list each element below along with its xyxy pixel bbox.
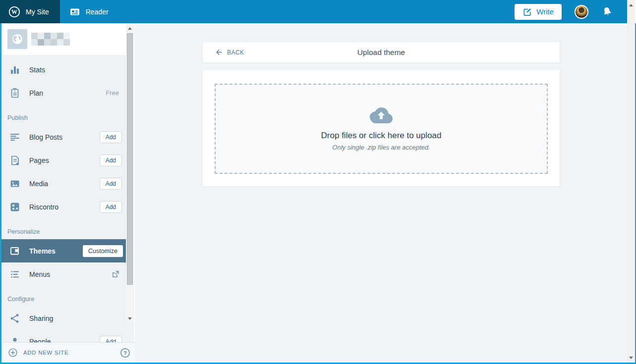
site-switcher[interactable]	[0, 23, 126, 55]
sidebar-item-label: Stats	[29, 66, 45, 74]
sidebar-item-blog-posts[interactable]: Blog Posts Add	[0, 125, 126, 149]
avatar[interactable]	[575, 5, 588, 19]
write-button[interactable]: Write	[515, 4, 562, 20]
reader-label: Reader	[86, 8, 109, 16]
add-page-button[interactable]: Add	[100, 155, 122, 166]
wordpress-admin-window: W My Site Reader Write	[0, 0, 636, 364]
site-globe-icon	[7, 29, 27, 49]
sidebar-item-riscontro[interactable]: Riscontro Add	[0, 195, 126, 218]
back-label: BACK	[227, 49, 244, 56]
sidebar-item-menus[interactable]: Menus	[0, 262, 126, 286]
sidebar-item-themes[interactable]: Themes Customize	[0, 239, 127, 262]
wordpress-logo-icon: W	[8, 5, 21, 18]
add-new-site-button[interactable]: ADD NEW SITE	[7, 347, 68, 358]
add-blog-post-button[interactable]: Add	[100, 131, 122, 143]
write-label: Write	[536, 7, 554, 16]
riscontro-icon	[9, 201, 21, 213]
dropzone-heading: Drop files or click here to upload	[321, 131, 442, 141]
sidebar-item-sharing[interactable]: Sharing	[0, 307, 126, 330]
pages-icon	[9, 155, 21, 166]
sidebar-item-stats[interactable]: Stats	[0, 58, 126, 81]
back-button[interactable]: BACK	[215, 48, 244, 56]
masthead: W My Site Reader Write	[0, 0, 627, 23]
add-riscontro-button[interactable]: Add	[100, 201, 122, 213]
stats-icon	[9, 64, 21, 76]
blog-posts-icon	[9, 131, 21, 143]
page-title: Upload theme	[203, 48, 560, 57]
plus-circle-icon	[7, 347, 18, 358]
sidebar-item-label: Pages	[29, 156, 49, 164]
page-scrollbar[interactable]	[627, 0, 635, 363]
add-new-site-label: ADD NEW SITE	[23, 350, 68, 356]
external-link-icon	[111, 270, 120, 279]
sidebar-item-label: Themes	[29, 247, 56, 255]
sidebar-item-label: Sharing	[29, 314, 53, 322]
theme-upload-dropzone[interactable]: Drop files or click here to upload Only …	[215, 84, 548, 174]
sidebar-item-plan[interactable]: Plan Free	[0, 81, 126, 104]
sidebar-item-media[interactable]: Media Add	[0, 172, 126, 195]
my-site-label: My Site	[26, 8, 49, 16]
sidebar-scroll-down-arrow[interactable]	[126, 314, 134, 322]
help-icon[interactable]: ?	[119, 347, 131, 359]
sidebar-item-label: Plan	[29, 89, 43, 97]
scroll-down-arrow[interactable]	[627, 354, 635, 362]
svg-text:?: ?	[123, 350, 127, 356]
add-media-button[interactable]: Add	[100, 178, 122, 190]
sidebar-footer: ADD NEW SITE ?	[0, 342, 135, 363]
notifications-bell-icon[interactable]	[600, 4, 614, 19]
svg-text:W: W	[11, 8, 17, 15]
arrow-left-icon	[215, 48, 223, 56]
sharing-icon	[9, 312, 21, 324]
cloud-upload-icon	[369, 107, 393, 124]
sidebar-item-label: Riscontro	[29, 203, 58, 211]
tab-my-site[interactable]: W My Site	[0, 0, 60, 23]
section-header-configure: Configure	[0, 292, 126, 307]
reader-icon	[69, 6, 81, 18]
section-header-publish: Publish	[0, 110, 126, 125]
upload-theme-header-card: BACK Upload theme	[202, 42, 560, 63]
dropzone-note: Only single .zip files are accepted.	[332, 144, 430, 151]
pencil-square-icon	[522, 7, 532, 17]
window-edge-left	[0, 23, 1, 364]
sidebar: Stats Plan Free Publish Blog Posts Add	[0, 23, 135, 363]
site-name-redacted	[31, 33, 70, 46]
plan-clipboard-icon	[9, 87, 21, 99]
sidebar-scrollbar[interactable]	[126, 23, 134, 323]
upload-card: Drop files or click here to upload Only …	[202, 69, 560, 187]
plan-free-badge: Free	[106, 89, 119, 97]
tab-reader[interactable]: Reader	[60, 0, 117, 23]
media-icon	[9, 178, 21, 190]
themes-icon	[9, 245, 21, 257]
section-header-personalize: Personalize	[0, 224, 126, 239]
sidebar-item-pages[interactable]: Pages Add	[0, 149, 126, 172]
scroll-up-arrow[interactable]	[627, 1, 635, 9]
main-content: BACK Upload theme Drop files or click he…	[135, 23, 627, 363]
sidebar-menu: Stats Plan Free Publish Blog Posts Add	[0, 58, 126, 353]
sidebar-scrollbar-thumb[interactable]	[127, 33, 133, 285]
sidebar-item-label: Blog Posts	[29, 133, 62, 141]
menus-icon	[9, 268, 21, 280]
sidebar-scroll-up-arrow[interactable]	[126, 24, 134, 32]
customize-button[interactable]: Customize	[83, 245, 123, 257]
sidebar-item-label: Media	[29, 180, 48, 188]
sidebar-item-label: Menus	[29, 270, 50, 278]
